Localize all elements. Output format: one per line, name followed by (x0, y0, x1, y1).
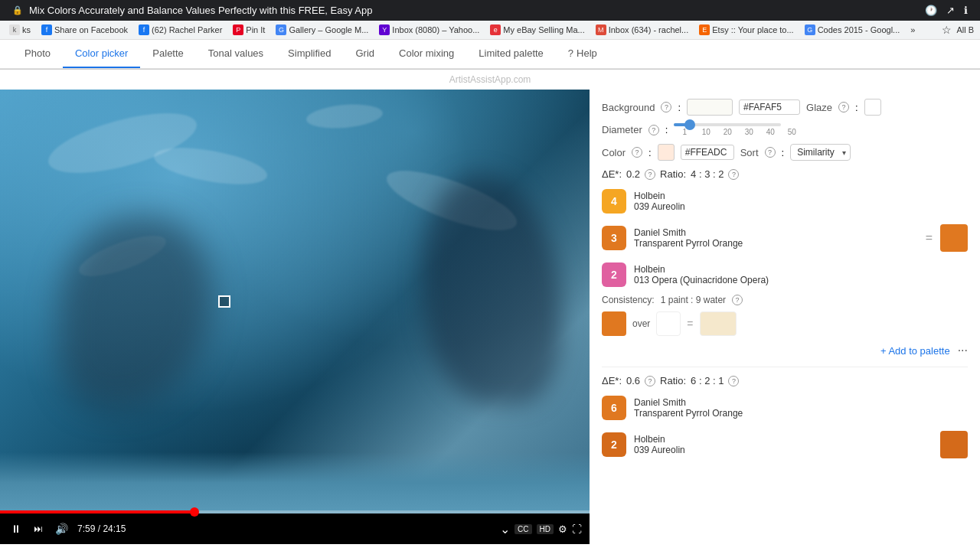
background-label: Background (602, 102, 655, 113)
paint-brand-1-1: Holbein (634, 191, 968, 201)
delta-info-icon-2[interactable]: ? (645, 376, 655, 386)
tab-grid[interactable]: Grid (343, 40, 387, 68)
delta-info-icon-1[interactable]: ? (645, 169, 655, 180)
mix-swatches-row: over = (602, 311, 968, 336)
hd-badge[interactable]: HD (537, 524, 554, 534)
bookmark-gallery[interactable]: G Gallery – Google M... (273, 24, 371, 36)
paint-brand-2-1: Daniel Smith (634, 397, 968, 408)
sort-select[interactable]: Similarity Name Brand (790, 144, 851, 161)
paint-info-1-1: Holbein 039 Aureolin (634, 191, 968, 212)
pause-button[interactable]: ⏸ (8, 521, 24, 536)
color-label: Color (602, 147, 626, 158)
diameter-row: Diameter ? : 1 10 20 30 40 50 (602, 123, 968, 136)
tick-40: 40 (760, 128, 781, 136)
section-divider (602, 367, 968, 367)
mix-equals-sign: = (687, 318, 693, 330)
ratio-value-2: 6 : 2 : 1 (691, 375, 724, 386)
color-sort-row: Color ? : Sort ? : Similarity Name Brand… (602, 144, 968, 161)
background-row: Background ? : Glaze ? : (602, 99, 968, 116)
tab-simplified[interactable]: Simplified (276, 40, 343, 68)
diameter-label: Diameter (602, 124, 642, 135)
consistency-label: Consistency: (602, 295, 655, 305)
color-hex-input[interactable] (681, 145, 734, 160)
paint-badge-2-1: 6 (602, 396, 626, 420)
paint-card-1-1: 4 Holbein 039 Aureolin (602, 186, 968, 217)
ratio-info-icon-1[interactable]: ? (728, 169, 739, 180)
diameter-info-icon[interactable]: ? (648, 125, 659, 135)
mix-swatch-2 (656, 311, 681, 336)
clock-icon[interactable]: 🕐 (925, 5, 937, 16)
settings-icon[interactable]: ⚙ (558, 523, 567, 535)
volume-button[interactable]: 🔊 (52, 521, 71, 536)
paint-info-2-2: Holbein 039 Aureolin (634, 434, 933, 455)
paint-brand-2-2: Holbein (634, 434, 933, 445)
sort-info-icon[interactable]: ? (765, 147, 776, 158)
tab-photo[interactable]: Photo (12, 40, 63, 68)
tab-tonal-values[interactable]: Tonal values (196, 40, 276, 68)
ratio-info-icon-2[interactable]: ? (728, 376, 739, 386)
ratio-value-1: 4 : 3 : 2 (691, 168, 724, 180)
time-display: 7:59 / 24:15 (77, 523, 126, 534)
consistency-value: 1 paint : 9 water (661, 295, 726, 305)
share-icon[interactable]: ↗ (946, 5, 955, 16)
tab-color-picker[interactable]: Color picker (63, 40, 140, 68)
bookmark-etsy[interactable]: E Etsy :: Your place to... (696, 24, 796, 36)
diameter-slider[interactable] (674, 123, 781, 126)
watermark: ArtistAssistApp.com (0, 70, 980, 90)
all-bookmarks[interactable]: All B (956, 25, 974, 34)
paint-card-2-1: 6 Daniel Smith Transparent Pyrrol Orange (602, 393, 968, 423)
add-to-palette-button[interactable]: + Add to palette (880, 345, 950, 357)
expand-icon[interactable]: ⌄ (500, 522, 510, 536)
progress-bar[interactable] (0, 510, 590, 514)
tab-navigation: Photo Color picker Palette Tonal values … (0, 40, 980, 69)
paint-name-1-2: Transparent Pyrrol Orange (634, 238, 918, 249)
paint-name-2-1: Transparent Pyrrol Orange (634, 408, 968, 419)
tick-20: 20 (717, 128, 738, 136)
consistency-info-icon[interactable]: ? (732, 295, 743, 305)
bookmark-ks[interactable]: k ks (6, 24, 34, 36)
tab-palette[interactable]: Palette (140, 40, 195, 68)
paint-card-1-2: 3 Daniel Smith Transparent Pyrrol Orange… (602, 221, 968, 255)
tab-limited-palette[interactable]: Limited palette (466, 40, 556, 68)
bookmarks-bar: k ks f Share on Facebook f (62) Rachel P… (0, 21, 980, 40)
result-swatch-2 (940, 431, 968, 458)
background-hex-input[interactable] (739, 99, 800, 115)
paint-info-1-2: Daniel Smith Transparent Pyrrol Orange (634, 227, 918, 249)
tab-color-mixing[interactable]: Color mixing (387, 40, 466, 68)
video-panel: ⏸ ⏭ 🔊 7:59 / 24:15 ⌄ CC HD ⚙ ⛶ (0, 90, 590, 544)
bookmark-gmail[interactable]: M Inbox (634) - rachel... (593, 24, 692, 36)
bookmark-ebay[interactable]: e My eBay Selling Ma... (487, 24, 587, 36)
cc-badge[interactable]: CC (514, 524, 531, 534)
video-controls: ⏸ ⏭ 🔊 7:59 / 24:15 ⌄ CC HD ⚙ ⛶ (0, 514, 590, 544)
bookmark-codes[interactable]: G Codes 2015 - Googl... (802, 24, 903, 36)
lock-icon: 🔒 (12, 5, 23, 15)
progress-filled (0, 510, 194, 514)
bookmark-rachel[interactable]: f (62) Rachel Parker (136, 24, 225, 36)
video-frame[interactable] (0, 90, 590, 514)
color-picker-crosshair[interactable] (218, 295, 230, 308)
info-icon[interactable]: ℹ (964, 5, 968, 16)
sort-wrapper[interactable]: Similarity Name Brand ▾ (790, 144, 851, 161)
bookmark-pin[interactable]: P Pin It (230, 24, 268, 36)
next-button[interactable]: ⏭ (31, 522, 46, 536)
paint-brand-1-2: Daniel Smith (634, 227, 918, 238)
background-info-icon[interactable]: ? (661, 102, 671, 112)
paint-info-2-1: Daniel Smith Transparent Pyrrol Orange (634, 397, 968, 419)
paint-name-1-3: 013 Opera (Quinacridone Opera) (634, 275, 968, 285)
glaze-info-icon[interactable]: ? (838, 102, 849, 112)
fullscreen-icon[interactable]: ⛶ (572, 523, 582, 535)
color-info-icon[interactable]: ? (632, 147, 642, 158)
delta-row-1: ΔE*: 0.2 ? Ratio: 4 : 3 : 2 ? (602, 168, 968, 180)
star-icon[interactable]: ☆ (942, 24, 952, 36)
bookmark-more[interactable]: » (907, 24, 918, 35)
paint-badge-1-3: 2 (602, 262, 626, 287)
more-options-button[interactable]: ··· (958, 344, 968, 357)
tab-help[interactable]: ? Help (556, 40, 609, 68)
background-color-swatch (687, 99, 733, 116)
delta-label-2: ΔE*: (602, 375, 622, 386)
glaze-label: Glaze (806, 102, 832, 113)
bookmark-facebook[interactable]: f Share on Facebook (38, 24, 131, 36)
bookmark-yahoo[interactable]: Y Inbox (8080) – Yahoo... (376, 24, 482, 36)
question-icon: ? (568, 47, 573, 59)
tick-50: 50 (781, 128, 802, 136)
